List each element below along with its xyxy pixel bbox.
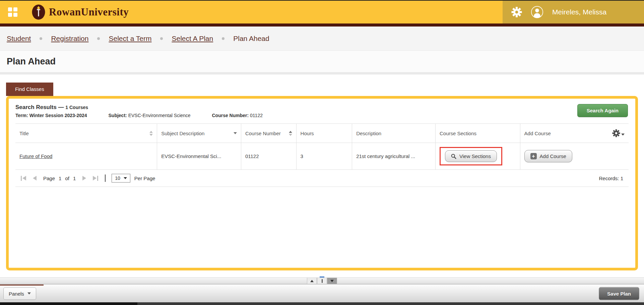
column-header-hours[interactable]: Hours [296, 124, 352, 143]
cell-hours: 3 [296, 143, 352, 170]
column-header-course-number-label: Course Number [245, 131, 281, 136]
splitter-blue-tick [320, 276, 324, 277]
footer-maroon-tick [0, 285, 44, 286]
column-header-description[interactable]: Description [352, 124, 436, 143]
page-title: Plan Ahead [7, 56, 56, 67]
sort-icon [149, 131, 153, 136]
cell-course-number: 01122 [241, 143, 296, 170]
add-course-button[interactable]: + Add Course [524, 150, 572, 162]
sort-asc-icon [289, 131, 292, 136]
gear-caret-icon [621, 134, 625, 136]
first-page-button[interactable] [21, 176, 26, 181]
cell-title: Future of Food [15, 143, 157, 170]
next-page-button[interactable] [82, 176, 86, 181]
top-bar: RowanUniversity [0, 1, 644, 23]
brand-text: RowanUniversity [49, 6, 129, 18]
sort-desc-icon [234, 132, 237, 134]
main-content: Find Classes Search Results — 1 Courses … [0, 74, 644, 277]
cell-course-sections: View Sections [436, 143, 520, 170]
panels-label: Panels [9, 291, 24, 296]
criteria-course-number: Course Number: 01122 [212, 113, 263, 118]
panels-caret-icon [27, 293, 31, 295]
top-bar-user-area: Meireles, Melissa [503, 1, 644, 23]
expand-up-button[interactable] [307, 278, 317, 284]
criteria-term: Term: Winter Session 2023-2024 [15, 113, 88, 118]
column-header-add-label: Add Course [524, 131, 551, 136]
results-table: Title Subject Description Course Number [15, 123, 629, 187]
add-course-label: Add Course [540, 153, 566, 159]
view-sections-button[interactable]: View Sections [445, 150, 497, 162]
page-indicator: Page 1 of 1 [43, 175, 76, 181]
column-header-subject-description[interactable]: Subject Description [157, 124, 241, 143]
breadcrumb-registration[interactable]: Registration [51, 35, 88, 43]
breadcrumb-student[interactable]: Student [7, 35, 31, 43]
user-name[interactable]: Meireles, Melissa [552, 8, 606, 16]
per-page-select[interactable]: 10 [112, 174, 130, 183]
previous-page-button[interactable] [33, 176, 37, 181]
cell-subject: EVSC-Environmental Sci... [157, 143, 241, 170]
plus-icon: + [530, 153, 537, 159]
breadcrumb-select-a-term[interactable]: Select a Term [109, 35, 151, 43]
magnifier-icon [451, 154, 456, 159]
pagination-divider [105, 174, 106, 182]
criteria-subject: Subject: EVSC-Environmental Science [109, 113, 192, 118]
column-header-sections-label: Course Sections [440, 131, 476, 136]
page-label: Page [43, 175, 55, 181]
brand: RowanUniversity [31, 1, 129, 23]
of-label: of [65, 175, 69, 181]
column-header-course-sections[interactable]: Course Sections [436, 124, 520, 143]
records-count: Records: 1 [599, 175, 623, 181]
cell-description: 21st century agricultural ... [352, 143, 436, 170]
bottom-toolbar: Panels Save Plan [0, 284, 644, 302]
table-row: Future of Food EVSC-Environmental Sci...… [15, 143, 629, 170]
last-page-button[interactable] [93, 176, 98, 181]
column-header-subject-label: Subject Description [161, 131, 204, 136]
view-sections-highlight-box: View Sections [440, 147, 502, 165]
results-heading-text: Search Results — [15, 104, 64, 110]
table-settings-gear-icon[interactable] [612, 129, 625, 137]
search-again-button[interactable]: Search Again [577, 104, 628, 117]
bottom-strip [0, 302, 644, 305]
collapse-down-button[interactable] [327, 278, 337, 284]
pagination-row: Page 1 of 1 10 [15, 170, 629, 187]
cell-add-course: + Add Course [520, 143, 629, 170]
breadcrumb-select-a-plan[interactable]: Select A Plan [172, 35, 213, 43]
breadcrumb: Student Registration Select a Term Selec… [0, 27, 644, 51]
term-value: Winter Session 2023-2024 [29, 113, 87, 118]
splitter-controls [307, 278, 337, 284]
column-header-add-course[interactable]: Add Course [520, 124, 629, 143]
subject-value: EVSC-Environmental Science [128, 113, 191, 118]
panel-splitter [0, 277, 644, 284]
settings-gear-icon[interactable] [511, 7, 522, 17]
column-header-course-number[interactable]: Course Number [241, 124, 296, 143]
splitter-drag-handle[interactable] [317, 278, 327, 284]
save-plan-button[interactable]: Save Plan [599, 287, 639, 300]
user-avatar-icon[interactable] [531, 6, 543, 18]
column-header-title[interactable]: Title [15, 124, 157, 143]
select-caret-icon [124, 177, 127, 179]
panels-button[interactable]: Panels [3, 287, 36, 300]
results-header: Search Results — 1 Courses Term: Winter … [15, 104, 629, 118]
per-page-value: 10 [115, 175, 120, 181]
column-header-title-label: Title [19, 131, 29, 136]
column-header-description-label: Description [356, 131, 381, 136]
app-menu-grid-icon[interactable] [8, 7, 17, 17]
term-label: Term: [15, 113, 28, 118]
rowan-torch-logo [31, 4, 46, 20]
brown-divider-bar [0, 23, 644, 27]
results-criteria: Term: Winter Session 2023-2024 Subject: … [15, 113, 629, 118]
subject-label: Subject: [109, 113, 127, 118]
per-page-label: Per Page [134, 175, 155, 181]
breadcrumb-separator [222, 37, 224, 40]
column-header-hours-label: Hours [301, 131, 314, 136]
table-header-row: Title Subject Description Course Number [15, 124, 629, 143]
course-number-value: 01122 [250, 113, 263, 118]
pagination-bar: Page 1 of 1 10 [21, 174, 623, 183]
course-title-link[interactable]: Future of Food [19, 153, 52, 159]
results-count: 1 Courses [65, 105, 88, 110]
current-page-value[interactable]: 1 [59, 175, 61, 181]
tab-find-classes[interactable]: Find Classes [6, 83, 53, 96]
breadcrumb-separator [40, 37, 42, 40]
view-sections-label: View Sections [459, 153, 491, 159]
search-results-panel: Search Results — 1 Courses Term: Winter … [6, 96, 638, 270]
